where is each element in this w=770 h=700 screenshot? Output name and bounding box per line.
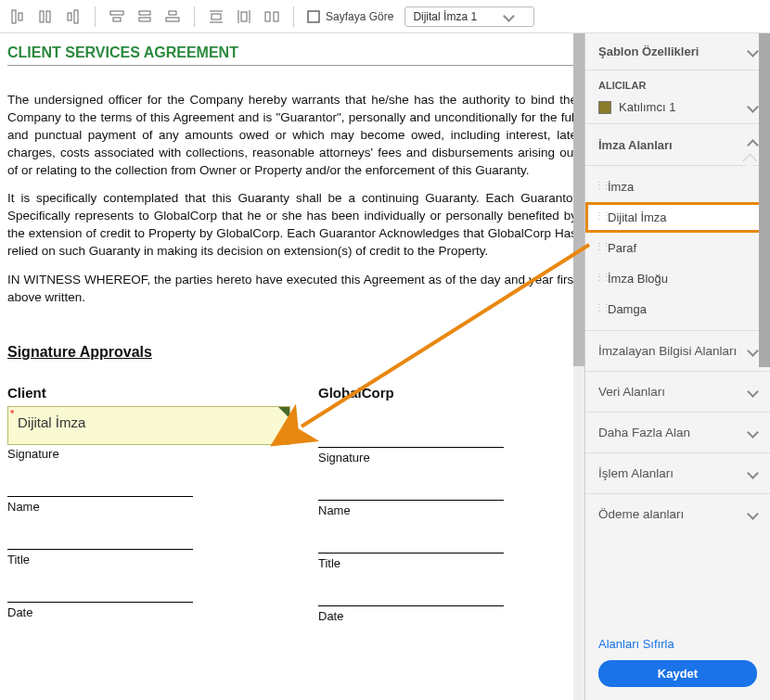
signer-info-label: İmzalayan Bilgisi Alanları (598, 344, 737, 358)
data-fields-header[interactable]: Veri Alanları (585, 371, 770, 412)
document-canvas: CLIENT SERVICES AGREEMENT The undersigne… (0, 33, 584, 700)
field-list: İmza Dijital İmza Paraf İmza Bloğu Damga (585, 165, 770, 330)
chevron-up-icon (749, 137, 757, 152)
save-button[interactable]: Kaydet (598, 660, 757, 687)
dist-icon-1[interactable] (208, 8, 225, 25)
client-head: Client (7, 385, 290, 401)
doc-paragraph: The undersigned officer for the Company … (7, 92, 577, 179)
pay-fields-label: Ödeme alanları (598, 507, 684, 521)
svg-rect-19 (274, 12, 278, 21)
right-panel: Şablon Özellikleri ALICILAR Katılımcı 1 … (584, 33, 770, 700)
align-icon-5[interactable] (136, 8, 153, 25)
reset-fields-link[interactable]: Alanları Sıfırla (598, 637, 674, 651)
global-head: GlobalCorp (318, 385, 577, 401)
payment-fields-header[interactable]: Ödeme alanları (585, 493, 770, 534)
chevron-down-icon (749, 466, 757, 480)
toolbar-separator (95, 6, 96, 27)
svg-rect-16 (241, 12, 247, 21)
doc-title: CLIENT SERVICES AGREEMENT (7, 45, 577, 66)
recipient-color-swatch (598, 101, 611, 114)
page-mode-toggle[interactable]: Sayfaya Göre (307, 10, 393, 23)
template-props-label: Şablon Özellikleri (598, 45, 699, 58)
field-dijital-imza[interactable]: Dijital İmza (585, 202, 770, 233)
svg-rect-11 (166, 18, 179, 21)
align-icon-4[interactable] (109, 8, 125, 25)
signature-fields-header[interactable]: İmza Alanları (585, 123, 770, 165)
doc-scrollbar[interactable] (573, 33, 584, 700)
svg-rect-8 (139, 11, 150, 15)
line (7, 549, 193, 550)
toolbar-separator (293, 6, 294, 27)
line (7, 496, 193, 497)
required-marker: * (8, 407, 16, 420)
digital-signature-field[interactable]: * Dijital İmza (7, 406, 290, 445)
page-mode-label: Sayfaya Göre (326, 10, 393, 23)
svg-rect-2 (40, 11, 44, 22)
more-fields-label: Daha Fazla Alan (598, 426, 690, 439)
svg-rect-0 (12, 10, 16, 23)
data-fields-label: Veri Alanları (598, 385, 665, 399)
dist-icon-2[interactable] (236, 8, 252, 25)
label-title: Title (7, 553, 290, 566)
line (7, 602, 193, 603)
svg-rect-10 (169, 11, 176, 15)
field-imza[interactable]: İmza (585, 172, 770, 202)
chevron-down-icon (505, 10, 513, 23)
line (318, 447, 504, 448)
svg-rect-20 (308, 11, 319, 22)
panel-scrollbar[interactable] (759, 33, 770, 367)
trans-fields-label: İşlem Alanları (598, 466, 674, 480)
label-name: Name (318, 503, 577, 517)
toolbar: Sayfaya Göre Dijital İmza 1 (0, 0, 770, 33)
svg-rect-9 (139, 18, 150, 21)
label-signature: Signature (318, 451, 577, 465)
globalcorp-column: GlobalCorp Signature Name Title Date (318, 385, 577, 625)
svg-rect-7 (113, 18, 121, 21)
field-imza-blogu[interactable]: İmza Bloğu (585, 263, 770, 294)
svg-rect-5 (74, 10, 78, 23)
label-title: Title (318, 556, 577, 570)
chevron-down-icon (749, 100, 757, 114)
toolbar-separator (194, 6, 195, 27)
combo-value: Dijital İmza 1 (413, 10, 477, 23)
chevron-down-icon (749, 385, 757, 399)
line (318, 500, 504, 501)
label-date: Date (7, 605, 290, 619)
chevron-down-icon (749, 45, 757, 58)
transaction-fields-header[interactable]: İşlem Alanları (585, 452, 770, 493)
field-damga[interactable]: Damga (585, 294, 770, 325)
chevron-down-icon (749, 507, 757, 521)
label-signature: Signature (7, 447, 290, 461)
recipient-row[interactable]: Katılımcı 1 (585, 95, 770, 123)
svg-rect-4 (68, 13, 71, 20)
field-selector-combo[interactable]: Dijital İmza 1 (404, 6, 534, 27)
chevron-down-icon (749, 426, 757, 439)
sig-fields-label: İmza Alanları (598, 138, 673, 152)
dist-icon-3[interactable] (263, 8, 280, 25)
align-icon-2[interactable] (37, 8, 54, 25)
align-icon-1[interactable] (9, 8, 26, 25)
recipient-name: Katılımcı 1 (619, 100, 749, 114)
svg-rect-13 (212, 14, 221, 19)
field-corner-icon (278, 407, 289, 418)
svg-rect-1 (19, 13, 22, 20)
align-icon-3[interactable] (65, 8, 82, 25)
more-fields-header[interactable]: Daha Fazla Alan (585, 412, 770, 452)
client-column: Client * Dijital İmza Signature Name Tit… (7, 385, 290, 625)
field-paraf[interactable]: Paraf (585, 233, 770, 263)
label-date: Date (318, 609, 577, 623)
doc-paragraph: IN WITNESS WHEREOF, the parties hereto h… (7, 272, 577, 307)
align-icon-6[interactable] (164, 8, 181, 25)
label-name: Name (7, 500, 290, 514)
doc-paragraph: It is specifically contemplated that thi… (7, 190, 577, 261)
signer-info-header[interactable]: İmzalayan Bilgisi Alanları (585, 330, 770, 371)
signature-heading: Signature Approvals (7, 344, 577, 361)
line (318, 553, 504, 554)
svg-rect-3 (46, 11, 50, 22)
chevron-down-icon (749, 344, 757, 358)
template-properties-header[interactable]: Şablon Özellikleri (585, 33, 770, 70)
line (318, 605, 504, 606)
recipients-label: ALICILAR (585, 70, 770, 95)
svg-rect-6 (110, 11, 123, 15)
sigfield-label: Dijital İmza (18, 414, 85, 430)
